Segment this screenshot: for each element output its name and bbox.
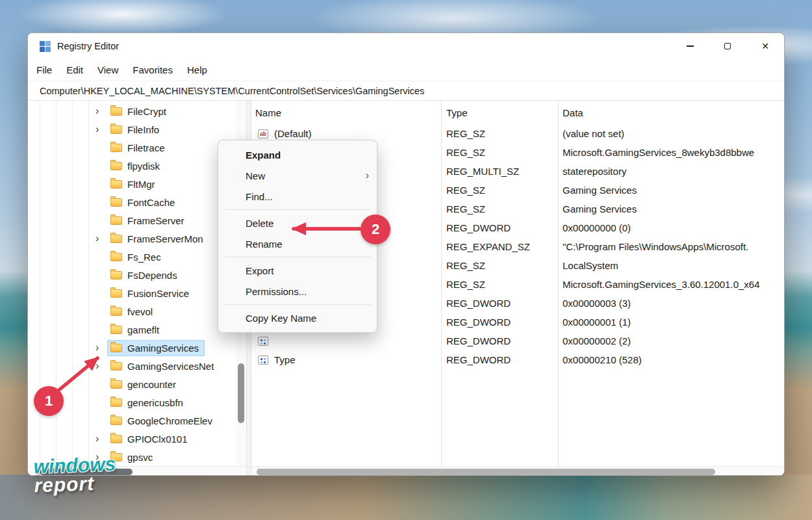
folder-icon — [110, 235, 122, 243]
tree-item-googlechromeelev[interactable]: › GoogleChromeElev — [28, 411, 236, 430]
folder-icon — [110, 162, 122, 170]
folder-icon — [110, 180, 122, 188]
context-menu-item-delete[interactable]: Delete › — [218, 213, 377, 233]
tree-item-fvevol[interactable]: › fvevol — [28, 302, 236, 320]
tree-item-filecrypt[interactable]: › FileCrypt — [28, 102, 236, 120]
context-menu-item-find[interactable]: Find... › — [218, 186, 377, 207]
tree-item-label: Filetrace — [127, 142, 165, 153]
tree-item-label: FsDepends — [127, 270, 177, 281]
tree-item-gamingservices[interactable]: › GamingServices — [28, 339, 236, 357]
column-separator[interactable] — [558, 101, 559, 466]
tree-item-fileinfo[interactable]: › FileInfo — [28, 120, 236, 138]
tree-item-gpioclx0101[interactable]: › GPIOClx0101 — [28, 430, 236, 448]
tree-item-fsdepends[interactable]: › FsDepends — [28, 266, 236, 284]
menu-separator — [225, 304, 370, 305]
column-separator[interactable] — [441, 101, 442, 466]
value-row[interactable]: REG_DWORD 0x00000002 (2) — [251, 332, 784, 350]
registry-editor-icon — [40, 41, 51, 52]
maximize-icon — [724, 43, 731, 49]
menu-favorites[interactable]: Favorites — [125, 64, 180, 75]
menu-file[interactable]: File — [29, 64, 59, 75]
value-type: REG_EXPAND_SZ — [441, 241, 558, 252]
tree-item-label: FltMgr — [127, 179, 155, 190]
desktop-wallpaper — [0, 474, 812, 520]
chevron-right-icon[interactable]: › — [95, 106, 107, 116]
scrollbar-thumb[interactable] — [257, 469, 715, 475]
tree-item-label: FrameServerMon — [127, 233, 203, 244]
value-data: "C:\Program Files\WindowsApps\Microsoft. — [558, 241, 784, 252]
folder-icon — [110, 198, 122, 207]
context-menu-item-label: Copy Key Name — [246, 313, 369, 324]
maximize-button[interactable] — [709, 33, 746, 59]
chevron-right-icon[interactable]: › — [95, 343, 107, 353]
tree-item-flpydisk[interactable]: › flpydisk — [28, 157, 236, 175]
tree-item-label: FrameServer — [127, 215, 184, 226]
folder-icon — [110, 344, 122, 352]
value-data: Gaming Services — [558, 185, 784, 196]
address-text: Computer\HKEY_LOCAL_MACHINE\SYSTEM\Curre… — [40, 86, 424, 96]
context-menu: Expand › New › Find... › Delete › Rename… — [218, 140, 377, 333]
folder-icon — [110, 362, 122, 370]
folder-icon — [110, 307, 122, 316]
chevron-right-icon[interactable]: › — [95, 124, 107, 135]
minimize-icon — [687, 46, 694, 47]
chevron-right-icon[interactable]: › — [95, 361, 107, 371]
menubar: File Edit View Favorites Help — [28, 59, 784, 81]
value-data: 0x00000210 (528) — [558, 354, 784, 365]
value-type: REG_SZ — [441, 147, 558, 158]
context-menu-item-expand[interactable]: Expand › — [218, 144, 377, 165]
menu-view[interactable]: View — [90, 64, 125, 75]
value-data: staterepository — [558, 166, 784, 177]
tree-item-fs_rec[interactable]: › Fs_Rec — [28, 248, 236, 266]
tree-item-label: FusionService — [127, 288, 189, 299]
titlebar[interactable]: Registry Editor ✕ — [28, 33, 784, 59]
chevron-right-icon[interactable]: › — [95, 233, 107, 244]
folder-icon — [110, 107, 122, 116]
context-menu-item-new[interactable]: New › — [218, 165, 377, 186]
tree-item-fltmgr[interactable]: › FltMgr — [28, 175, 236, 193]
value-data: 0x00000003 (3) — [558, 298, 784, 309]
tree-item-gameflt[interactable]: › gameflt — [28, 320, 236, 339]
column-header-name[interactable]: Name — [251, 107, 441, 118]
tree-item-fontcache[interactable]: › FontCache — [28, 193, 236, 211]
column-header-type[interactable]: Type — [441, 107, 558, 118]
tree-list: › FileCrypt › FileInfo › Filetrace › flp… — [28, 102, 236, 467]
context-menu-item-label: Delete — [246, 218, 369, 229]
folder-icon — [110, 417, 122, 425]
folder-icon — [110, 326, 122, 334]
minimize-button[interactable] — [671, 33, 709, 59]
context-menu-item-label: New — [246, 170, 366, 181]
folder-icon — [110, 271, 122, 280]
tree-item-frameservermon[interactable]: › FrameServerMon — [28, 229, 236, 248]
tree-item-filetrace[interactable]: › Filetrace — [28, 138, 236, 157]
tree-item-label: GoogleChromeElev — [127, 415, 212, 426]
context-menu-item-copykeyname[interactable]: Copy Key Name › — [218, 307, 377, 328]
tree-item-gamingservicesnet[interactable]: › GamingServicesNet — [28, 357, 236, 375]
tree-item-label: gencounter — [127, 379, 176, 390]
folder-icon — [110, 144, 122, 152]
context-menu-item-permissions[interactable]: Permissions... › — [218, 281, 377, 302]
value-row[interactable]: Type REG_DWORD 0x00000210 (528) — [251, 350, 784, 369]
tree-item-frameserver[interactable]: › FrameServer — [28, 211, 236, 229]
registry-editor-window: Registry Editor ✕ File Edit View Favorit… — [27, 32, 785, 476]
column-header-data[interactable]: Data — [558, 107, 784, 118]
menu-edit[interactable]: Edit — [59, 64, 90, 75]
step-badge-2: 2 — [361, 214, 390, 244]
close-button[interactable]: ✕ — [746, 33, 784, 59]
tree-item-label: GPIOClx0101 — [127, 434, 188, 445]
list-horizontal-scrollbar[interactable] — [251, 466, 784, 476]
folder-icon — [110, 398, 122, 407]
tree-item-label: gameflt — [127, 324, 159, 335]
context-menu-item-rename[interactable]: Rename › — [218, 233, 377, 254]
address-bar[interactable]: Computer\HKEY_LOCAL_MACHINE\SYSTEM\Curre… — [28, 81, 784, 101]
tree-item-fusionservice[interactable]: › FusionService — [28, 284, 236, 302]
value-type: REG_DWORD — [441, 335, 558, 346]
scrollbar-thumb[interactable] — [238, 363, 244, 423]
value-data: LocalSystem — [558, 260, 784, 271]
context-menu-item-label: Find... — [246, 191, 369, 202]
window-title: Registry Editor — [57, 41, 119, 51]
chevron-right-icon[interactable]: › — [95, 434, 107, 444]
menu-help[interactable]: Help — [180, 64, 214, 75]
step-badge-1: 1 — [34, 386, 64, 416]
context-menu-item-export[interactable]: Export › — [218, 260, 377, 281]
